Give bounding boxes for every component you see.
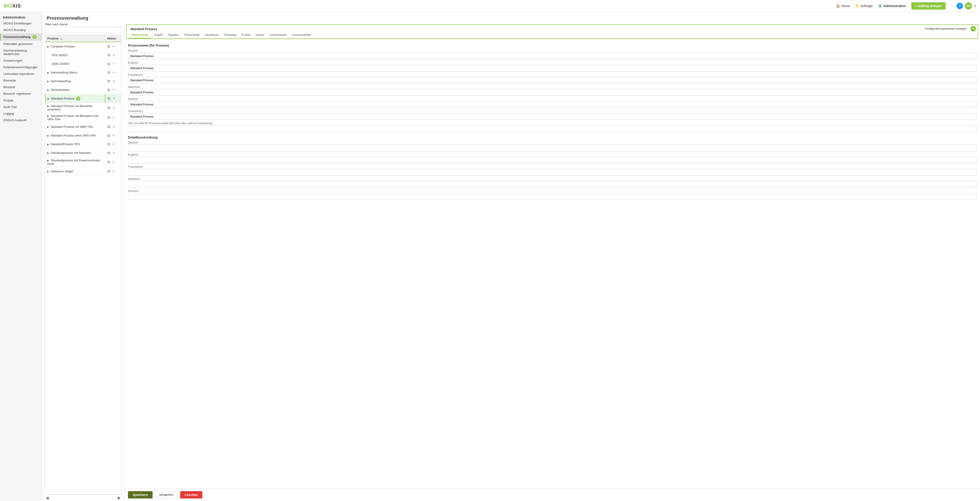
help-icon[interactable]: ? — [956, 3, 963, 9]
detail-input-franzoesisch[interactable] — [128, 169, 976, 176]
detail-input-deutsch[interactable] — [128, 145, 976, 151]
copy-button[interactable]: ⧉ — [107, 124, 110, 129]
tab-branding[interactable]: Branding — [222, 32, 239, 38]
sidebar-item-benutzer[interactable]: Benutzer — [0, 84, 42, 90]
detail-input-polnisch[interactable] — [128, 193, 976, 200]
table-row[interactable]: QSIG ZertES ⧉ ＋ — [45, 59, 121, 68]
copy-button[interactable]: ⧉ — [107, 150, 110, 155]
sidebar-item-prozessverwaltung[interactable]: Prozessverwaltung1 — [0, 34, 42, 41]
copy-button[interactable]: ⧉ — [107, 96, 111, 101]
sidebar-item-benutzer-registrieren[interactable]: Benutzer registrieren — [0, 90, 42, 97]
action-buttons: ⧉ ＋ — [107, 44, 119, 49]
copy-button[interactable]: ⧉ — [107, 105, 110, 110]
copy-button[interactable]: ⧉ — [107, 169, 110, 174]
table-row[interactable]: ▶ Serienfunktion ⧉ ＋ — [45, 86, 121, 94]
tab-allgemeines[interactable]: Allgemeines — [129, 32, 151, 38]
tab-dokumente[interactable]: Dokumente — [182, 32, 202, 38]
table-row[interactable]: ▶ StandardProzess FES ⧉ ＋ — [45, 140, 121, 148]
add-button[interactable]: ＋ — [111, 168, 116, 174]
nav-administration[interactable]: ⚙️ Administration — [878, 4, 906, 8]
add-button[interactable]: ＋ — [111, 78, 116, 84]
copy-button[interactable]: ⧉ — [107, 70, 110, 75]
add-button[interactable]: ＋ — [111, 44, 116, 49]
tab-signatur[interactable]: Signatur — [165, 32, 181, 38]
input-englisch[interactable] — [128, 65, 976, 72]
sidebar-item-audit-trail[interactable]: Audit Trail — [0, 104, 42, 110]
label-uri: URI zum Bild für Prozessauswahl (bei Sta… — [128, 122, 976, 125]
table-row[interactable]: ▶ Standard Prozess mit Biometrie (erweit… — [45, 103, 121, 113]
sidebar-item-moxis-einstellungen[interactable]: MOXIS Einstellungen — [0, 20, 42, 27]
copy-button[interactable]: ⧉ — [107, 61, 110, 66]
sidebar-item-platzhalter-generieren[interactable]: Platzhalter generieren — [0, 41, 42, 47]
table-row[interactable]: ▶ Standard Prozess ohne SMS-TAN ⧉ ＋ — [45, 131, 121, 140]
input-italienisch[interactable] — [128, 89, 976, 96]
detail-input-englisch[interactable] — [128, 157, 976, 163]
add-button[interactable]: ＋ — [111, 105, 116, 111]
detail-input-italienisch[interactable] — [128, 181, 976, 188]
add-button[interactable]: ＋ — [111, 52, 116, 58]
input-tschechisch[interactable] — [128, 113, 976, 120]
add-button[interactable]: ＋ — [111, 141, 116, 147]
sidebar-item-lizenzdatei-exportieren[interactable]: Lizenzdatei exportieren — [0, 70, 42, 77]
table-row[interactable]: ▶ Standard Prozess mit SMS-TAN ⧉ ＋ — [45, 123, 121, 131]
filter-input[interactable] — [45, 27, 121, 33]
sidebar-item-fehlerbenachrichtigungen[interactable]: Fehlerbenachrichtigungen — [0, 64, 42, 70]
discard-button[interactable]: Verwerfen — [154, 491, 178, 499]
copy-button[interactable]: ⧉ — [107, 115, 110, 120]
nav-home[interactable]: 🏠 Home — [836, 4, 850, 8]
tab-zugriff[interactable]: Zugriff — [151, 32, 165, 38]
tab-formularfelder[interactable]: Formularfelder — [290, 32, 314, 38]
scroll-right-btn[interactable]: ▶ — [118, 496, 121, 500]
tab-iterationen[interactable]: Iterationen — [202, 32, 222, 38]
copy-button[interactable]: ⧉ — [107, 79, 110, 84]
add-button[interactable]: ＋ — [111, 70, 116, 75]
copy-button[interactable]: ⧉ — [107, 160, 110, 164]
delete-button[interactable]: Löschen — [180, 491, 202, 498]
table-row[interactable]: FES ZertES ⧉ ＋ — [45, 51, 121, 59]
input-uri[interactable] — [128, 125, 976, 132]
sidebar-item-nachverarbeitung-wiederholen[interactable]: Nachverarbeitung wiederholen — [0, 47, 42, 57]
table-row[interactable]: ▶ Standardprozess mit Passwort ⧉ ＋ — [45, 148, 121, 157]
input-franzoesisch[interactable] — [128, 77, 976, 83]
sidebar-item-auswertungen[interactable]: Auswertungen — [0, 57, 42, 64]
scroll-left-btn[interactable]: ◀ — [46, 496, 49, 500]
tab-kommentare[interactable]: Kommentare — [267, 32, 289, 38]
table-row[interactable]: ▶ Standard Prozess mit Biometrie und SMS… — [45, 113, 121, 123]
input-deutsch[interactable] — [128, 53, 976, 59]
table-row[interactable]: ▶ Swisscom Siegel ⧉ ＋ — [45, 167, 121, 176]
sidebar-item-gruppe[interactable]: Gruppe — [0, 97, 42, 104]
add-button[interactable]: ＋ — [111, 132, 116, 138]
table-row[interactable]: ▶ Standard Prozess2 ⧉ ＋ — [45, 94, 121, 103]
add-button[interactable]: ＋ — [111, 124, 116, 130]
copy-button[interactable]: ⧉ — [107, 142, 110, 147]
add-button[interactable]: ＋ — [111, 61, 116, 67]
add-button[interactable]: ＋ — [111, 150, 116, 156]
table-row[interactable]: ▶ Sammauftrag Marco ⧉ ＋ — [45, 68, 121, 77]
tab-hooks[interactable]: Hooks — [253, 32, 267, 38]
table-row[interactable]: ▶ Standardprozess mit PowerAutomate Hook… — [45, 157, 121, 167]
add-button[interactable]: ＋ — [111, 96, 116, 101]
sidebar-item-logging[interactable]: Logging — [0, 110, 42, 117]
table-row[interactable]: ▶ Sammelauftrag ⧉ ＋ — [45, 77, 121, 86]
new-order-button[interactable]: + Auftrag anlegen — [912, 2, 945, 10]
avatar[interactable]: AH — [965, 2, 972, 10]
config-link[interactable]: Konfigurationsparameter anzeigen — [923, 26, 969, 31]
sidebar-item-dsgvo-auskunft[interactable]: DSGVO Auskunft — [0, 117, 42, 123]
copy-button[interactable]: ⧉ — [107, 53, 110, 58]
save-button[interactable]: Speichern — [128, 491, 153, 498]
copy-button[interactable]: ⧉ — [107, 133, 110, 138]
copy-button[interactable]: ⧉ — [107, 44, 110, 49]
add-button[interactable]: ＋ — [111, 87, 116, 93]
process-name-cell: QSIG ZertES — [45, 59, 105, 68]
add-button[interactable]: ＋ — [111, 159, 116, 165]
sidebar-item-biometrie[interactable]: Biometrie — [0, 77, 42, 84]
copy-button[interactable]: ⧉ — [107, 88, 110, 93]
tab-e-mail[interactable]: E-Mail — [239, 32, 253, 38]
add-button[interactable]: ＋ — [111, 115, 116, 121]
nav-auftraege[interactable]: 📁 Aufträge — [855, 4, 873, 8]
sidebar-item-moxis-branding[interactable]: MOXIS Branding — [0, 27, 42, 34]
col-prozess[interactable]: Prozess ▲ — [45, 35, 105, 42]
table-row[interactable]: ▶ Container Prozess ⧉ ＋ — [45, 42, 121, 51]
input-polnisch[interactable] — [128, 101, 976, 108]
action-buttons: ⧉ ＋ — [107, 159, 119, 165]
